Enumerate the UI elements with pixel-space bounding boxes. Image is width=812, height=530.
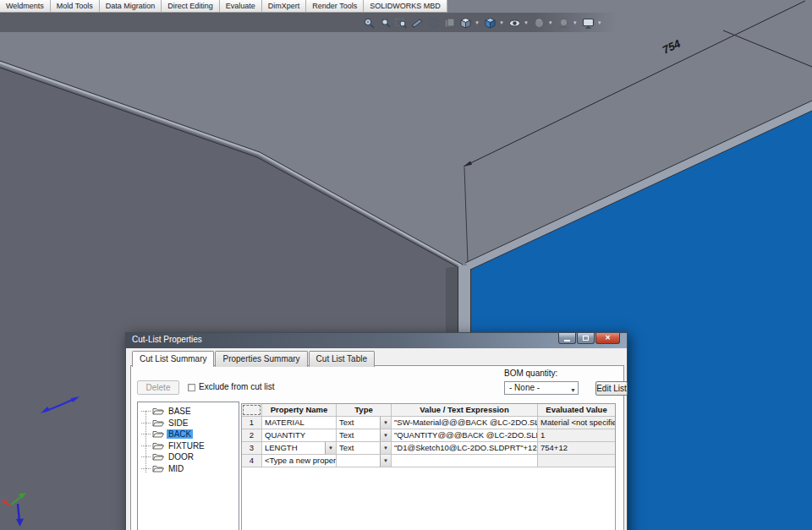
value-cell[interactable]: "D1@Sketch10@LC-2DO.SLDPRT"+12 bbox=[392, 442, 538, 455]
folder-icon bbox=[152, 429, 164, 439]
tree-item-door[interactable]: DOOR bbox=[138, 451, 239, 463]
view-settings-caret-icon[interactable]: ▼ bbox=[597, 20, 602, 25]
evaluated-cell: 754+12 bbox=[538, 442, 615, 455]
close-button[interactable]: ✕ bbox=[595, 333, 620, 344]
type-cell[interactable]: Text▼ bbox=[337, 429, 392, 442]
apply-scene-icon[interactable] bbox=[557, 16, 571, 30]
display-style-icon[interactable] bbox=[483, 16, 497, 30]
row-number[interactable]: 1 bbox=[242, 417, 262, 429]
zoom-to-area-icon[interactable] bbox=[378, 16, 392, 30]
table-row: 1 MATERIAL Text▼ "SW-Material@@@BACK @LC… bbox=[242, 417, 615, 429]
select-all-cell[interactable] bbox=[242, 404, 262, 417]
view-orientation-caret-icon[interactable]: ▼ bbox=[475, 20, 480, 25]
dialog-titlebar[interactable]: Cut-List Properties ✕ bbox=[126, 333, 627, 348]
edit-list-button[interactable]: Edit List bbox=[595, 381, 628, 396]
tree-item-mid[interactable]: MID bbox=[138, 463, 239, 475]
type-dropdown-icon[interactable]: ▼ bbox=[380, 417, 391, 429]
table-row: 3 LENGTH▼ Text▼ "D1@Sketch10@LC-2DO.SLDP… bbox=[242, 442, 615, 455]
property-name-dropdown-icon[interactable]: ▼ bbox=[325, 442, 336, 454]
edit-appearance-caret-icon[interactable]: ▼ bbox=[548, 20, 553, 25]
table-row: 4 <Type a new propert ▼ bbox=[242, 455, 615, 467]
value-cell[interactable] bbox=[392, 455, 538, 467]
folder-icon bbox=[152, 464, 164, 473]
maximize-button[interactable] bbox=[577, 333, 595, 344]
menu-tab-direct-editing[interactable]: Direct Editing bbox=[162, 0, 220, 13]
property-name-cell[interactable]: <Type a new propert bbox=[262, 455, 337, 467]
evaluated-cell bbox=[538, 455, 615, 467]
menu-tab-mold-tools[interactable]: Mold Tools bbox=[51, 0, 100, 13]
previous-view-icon[interactable] bbox=[394, 16, 409, 30]
col-type[interactable]: Type bbox=[337, 404, 392, 417]
col-value-expression[interactable]: Value / Text Expression bbox=[392, 404, 538, 417]
row-number[interactable]: 2 bbox=[242, 429, 262, 442]
value-cell[interactable]: "SW-Material@@@BACK @LC-2DO.SLDPRT" bbox=[392, 417, 538, 429]
tab-properties-summary[interactable]: Properties Summary bbox=[215, 351, 307, 367]
hide-show-items-icon[interactable] bbox=[508, 16, 522, 30]
folder-icon bbox=[152, 441, 164, 451]
col-property-name[interactable]: Property Name bbox=[262, 404, 337, 417]
exclude-from-cut-list-label: Exclude from cut list bbox=[199, 382, 274, 391]
3d-drawing-view-icon[interactable] bbox=[442, 16, 457, 30]
bom-quantity-value: - None - bbox=[509, 383, 540, 392]
table-header-row: Property Name Type Value / Text Expressi… bbox=[242, 404, 615, 417]
menu-tab-solidworks-mbd[interactable]: SOLIDWORKS MBD bbox=[364, 0, 447, 13]
row-number[interactable]: 3 bbox=[242, 442, 262, 455]
rotate-view-icon[interactable] bbox=[426, 16, 441, 30]
maximize-icon bbox=[583, 336, 589, 341]
type-cell[interactable]: ▼ bbox=[337, 455, 392, 467]
tree-item-base[interactable]: BASE bbox=[138, 406, 239, 418]
evaluated-cell: Material <not specified bbox=[538, 417, 615, 429]
dialog-title: Cut-List Properties bbox=[132, 335, 202, 344]
menu-tab-evaluate[interactable]: Evaluate bbox=[220, 0, 262, 13]
property-name-cell[interactable]: LENGTH▼ bbox=[262, 442, 337, 455]
tree-connector-line bbox=[145, 411, 146, 473]
properties-table: Property Name Type Value / Text Expressi… bbox=[241, 403, 616, 530]
menu-tab-weldments[interactable]: Weldments bbox=[0, 0, 51, 13]
row-number[interactable]: 4 bbox=[242, 455, 262, 467]
command-manager-tabs: Weldments Mold Tools Data Migration Dire… bbox=[0, 0, 447, 13]
table-row: 2 QUANTITY Text▼ "QUANTITY@@@BACK @LC-2D… bbox=[242, 429, 615, 442]
type-dropdown-icon[interactable]: ▼ bbox=[380, 429, 391, 441]
property-name-cell[interactable]: QUANTITY bbox=[262, 429, 337, 442]
section-view-icon[interactable] bbox=[410, 16, 425, 30]
dialog-tab-strip: Cut List Summary Properties Summary Cut … bbox=[132, 351, 376, 367]
view-settings-icon[interactable] bbox=[581, 16, 595, 30]
cut-list-properties-dialog: Cut-List Properties ✕ Cut List Summary P… bbox=[125, 332, 628, 530]
minimize-icon bbox=[564, 340, 570, 341]
tree-item-fixture[interactable]: FIXTURE bbox=[138, 440, 239, 452]
type-dropdown-icon[interactable]: ▼ bbox=[380, 455, 391, 467]
display-style-caret-icon[interactable]: ▼ bbox=[499, 20, 504, 25]
menu-tab-data-migration[interactable]: Data Migration bbox=[100, 0, 162, 13]
exclude-from-cut-list-checkbox[interactable] bbox=[188, 384, 195, 391]
selected-tree-item: BACK bbox=[167, 429, 193, 439]
zoom-to-fit-icon[interactable] bbox=[362, 16, 376, 30]
minimize-button[interactable] bbox=[558, 333, 576, 344]
tree-item-side[interactable]: SIDE bbox=[138, 418, 239, 429]
apply-scene-caret-icon[interactable]: ▼ bbox=[573, 20, 578, 25]
folder-icon bbox=[152, 407, 164, 416]
heads-up-toolbar: ▼ ▼ ▼ ▼ ▼ ▼ bbox=[362, 14, 604, 31]
type-cell[interactable]: Text▼ bbox=[337, 442, 392, 455]
value-cell[interactable]: "QUANTITY@@@BACK @LC-2DO.SLDPRT" bbox=[392, 429, 538, 442]
type-cell[interactable]: Text▼ bbox=[337, 417, 392, 429]
bom-quantity-label: BOM quantity: bbox=[504, 369, 557, 378]
menu-tab-dimxpert[interactable]: DimXpert bbox=[262, 0, 307, 13]
cut-list-summary-page: Delete Exclude from cut list BOM quantit… bbox=[130, 365, 624, 530]
menu-tab-render-tools[interactable]: Render Tools bbox=[306, 0, 364, 13]
tree-item-back[interactable]: BACK bbox=[138, 429, 239, 440]
hide-show-items-caret-icon[interactable]: ▼ bbox=[524, 20, 529, 25]
edit-appearance-icon[interactable] bbox=[532, 16, 546, 30]
close-icon: ✕ bbox=[605, 335, 611, 341]
evaluated-cell: 1 bbox=[538, 429, 615, 442]
col-evaluated-value[interactable]: Evaluated Value bbox=[538, 404, 615, 417]
solidworks-window: 754 Weldments Mold Tools Data Migration … bbox=[0, 0, 812, 530]
tab-cut-list-table[interactable]: Cut List Table bbox=[309, 351, 375, 367]
delete-button[interactable]: Delete bbox=[137, 380, 179, 395]
chevron-down-icon: ▼ bbox=[570, 385, 576, 396]
bom-quantity-dropdown[interactable]: - None - ▼ bbox=[504, 381, 579, 395]
tab-cut-list-summary[interactable]: Cut List Summary bbox=[132, 351, 214, 367]
type-dropdown-icon[interactable]: ▼ bbox=[380, 442, 391, 454]
cut-list-tree: BASE SIDE BACK FIXTURE bbox=[137, 402, 239, 530]
property-name-cell[interactable]: MATERIAL bbox=[262, 417, 337, 429]
view-orientation-icon[interactable] bbox=[458, 16, 473, 30]
